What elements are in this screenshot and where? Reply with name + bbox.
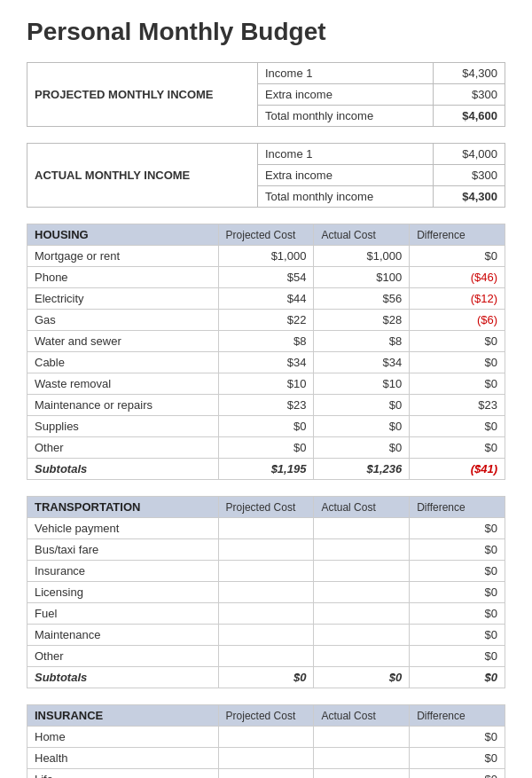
transportation-subtotal-diff: $0 (410, 667, 505, 688)
housing-row-1-diff: ($46) (410, 267, 505, 288)
table-row: Electricity $44 $56 ($12) (27, 288, 505, 310)
insurance-row-2-projected (218, 769, 314, 779)
transportation-header-label: TRANSPORTATION (27, 497, 219, 518)
housing-col-diff: Difference (410, 224, 505, 246)
housing-row-3-projected: $22 (218, 310, 314, 331)
transportation-row-6-name: Other (27, 646, 219, 667)
housing-row-0-projected: $1,000 (218, 246, 314, 267)
table-row: Maintenance or repairs $23 $0 $23 (27, 395, 505, 416)
transportation-row-4-diff: $0 (410, 603, 505, 625)
transportation-row-3-actual (314, 582, 410, 603)
transportation-row-2-diff: $0 (410, 561, 505, 582)
transportation-row-0-diff: $0 (410, 518, 505, 539)
insurance-row-1-actual (314, 748, 410, 769)
table-row: Health $0 (27, 748, 505, 769)
housing-row-9-name: Other (27, 437, 219, 459)
housing-row-8-name: Supplies (27, 416, 219, 437)
table-row: Insurance $0 (27, 561, 505, 582)
housing-row-6-name: Waste removal (27, 373, 219, 395)
housing-row-5-actual: $34 (314, 352, 410, 373)
housing-subtotal-actual: $1,236 (314, 459, 410, 480)
transportation-row-4-actual (314, 603, 410, 625)
transportation-table: TRANSPORTATION Projected Cost Actual Cos… (27, 496, 505, 688)
projected-income-table: PROJECTED MONTHLY INCOME Income 1 $4,300… (27, 62, 505, 127)
table-row: Water and sewer $8 $8 $0 (27, 331, 505, 352)
projected-income-row-1-name: Income 1 (258, 63, 434, 84)
transportation-row-3-projected (218, 582, 314, 603)
housing-row-8-projected: $0 (218, 416, 314, 437)
housing-col-actual: Actual Cost (314, 224, 410, 246)
transportation-row-1-diff: $0 (410, 539, 505, 561)
actual-income-row-1-value: $4,000 (434, 144, 505, 165)
housing-row-4-name: Water and sewer (27, 331, 219, 352)
housing-row-9-diff: $0 (410, 437, 505, 459)
table-row: Home $0 (27, 727, 505, 748)
projected-income-section: PROJECTED MONTHLY INCOME Income 1 $4,300… (27, 62, 505, 127)
transportation-subtotal-row: Subtotals $0 $0 $0 (27, 667, 505, 688)
insurance-row-1-name: Health (27, 748, 219, 769)
table-row: Mortgage or rent $1,000 $1,000 $0 (27, 246, 505, 267)
housing-header-row: HOUSING Projected Cost Actual Cost Diffe… (27, 224, 505, 246)
housing-row-4-diff: $0 (410, 331, 505, 352)
insurance-row-2-diff: $0 (410, 769, 505, 779)
insurance-row-0-projected (218, 727, 314, 748)
housing-row-7-name: Maintenance or repairs (27, 395, 219, 416)
housing-row-4-projected: $8 (218, 331, 314, 352)
housing-row-1-projected: $54 (218, 267, 314, 288)
table-row: Waste removal $10 $10 $0 (27, 373, 505, 395)
actual-income-section: ACTUAL MONTHLY INCOME Income 1 $4,000 Ex… (27, 143, 505, 208)
housing-row-5-diff: $0 (410, 352, 505, 373)
housing-col-projected: Projected Cost (218, 224, 314, 246)
table-row: Fuel $0 (27, 603, 505, 625)
transportation-row-3-diff: $0 (410, 582, 505, 603)
housing-row-6-actual: $10 (314, 373, 410, 395)
insurance-col-actual: Actual Cost (314, 705, 410, 727)
projected-income-row-2-name: Extra income (258, 84, 434, 106)
transportation-row-6-actual (314, 646, 410, 667)
transportation-row-1-name: Bus/taxi fare (27, 539, 219, 561)
housing-row-3-diff: ($6) (410, 310, 505, 331)
table-row: Life $0 (27, 769, 505, 779)
table-row: Vehicle payment $0 (27, 518, 505, 539)
transportation-subtotal-name: Subtotals (27, 667, 219, 688)
housing-subtotal-row: Subtotals $1,195 $1,236 ($41) (27, 459, 505, 480)
projected-income-total-label: Total monthly income (258, 106, 434, 127)
transportation-row-0-name: Vehicle payment (27, 518, 219, 539)
insurance-row-2-actual (314, 769, 410, 779)
housing-row-7-projected: $23 (218, 395, 314, 416)
actual-income-row-1-name: Income 1 (258, 144, 434, 165)
transportation-row-0-projected (218, 518, 314, 539)
table-row: Cable $34 $34 $0 (27, 352, 505, 373)
transportation-row-5-diff: $0 (410, 625, 505, 646)
insurance-header-label: INSURANCE (27, 705, 219, 727)
page-title: Personal Monthly Budget (27, 18, 505, 46)
actual-income-table: ACTUAL MONTHLY INCOME Income 1 $4,000 Ex… (27, 143, 505, 208)
housing-row-2-actual: $56 (314, 288, 410, 310)
housing-row-0-diff: $0 (410, 246, 505, 267)
transportation-row-6-diff: $0 (410, 646, 505, 667)
housing-row-3-name: Gas (27, 310, 219, 331)
table-row: Maintenance $0 (27, 625, 505, 646)
insurance-section: INSURANCE Projected Cost Actual Cost Dif… (27, 704, 505, 778)
insurance-row-0-name: Home (27, 727, 219, 748)
insurance-row-1-projected (218, 748, 314, 769)
transportation-row-1-projected (218, 539, 314, 561)
actual-income-total-value: $4,300 (434, 186, 505, 208)
housing-row-8-actual: $0 (314, 416, 410, 437)
transportation-section: TRANSPORTATION Projected Cost Actual Cos… (27, 496, 505, 688)
transportation-row-4-name: Fuel (27, 603, 219, 625)
transportation-subtotal-projected: $0 (218, 667, 314, 688)
housing-row-5-projected: $34 (218, 352, 314, 373)
transportation-row-5-projected (218, 625, 314, 646)
transportation-row-1-actual (314, 539, 410, 561)
housing-row-1-actual: $100 (314, 267, 410, 288)
insurance-row-2-name: Life (27, 769, 219, 779)
insurance-row-0-diff: $0 (410, 727, 505, 748)
table-row: Licensing $0 (27, 582, 505, 603)
housing-section: HOUSING Projected Cost Actual Cost Diffe… (27, 224, 505, 480)
transportation-row-3-name: Licensing (27, 582, 219, 603)
housing-table: HOUSING Projected Cost Actual Cost Diffe… (27, 224, 505, 480)
transportation-header-row: TRANSPORTATION Projected Cost Actual Cos… (27, 497, 505, 518)
housing-row-6-projected: $10 (218, 373, 314, 395)
transportation-row-2-projected (218, 561, 314, 582)
